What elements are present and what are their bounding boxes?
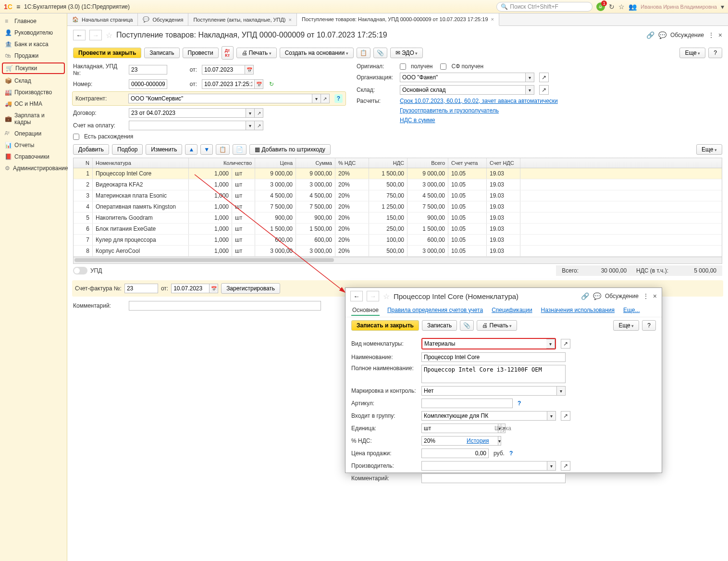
- table-row[interactable]: 3Материнская плата Esonic1,000шт4 500,00…: [74, 190, 722, 201]
- comment-field[interactable]: [129, 301, 321, 311]
- invoice-no-field[interactable]: [129, 65, 167, 75]
- attach-button[interactable]: 📎: [460, 320, 474, 331]
- dropdown-icon[interactable]: ▾: [526, 85, 534, 95]
- invoice-date-field[interactable]: [202, 65, 245, 75]
- col-nds[interactable]: % НДС: [335, 158, 369, 168]
- counterparty-field[interactable]: [128, 94, 312, 103]
- tab-discussions[interactable]: 💬Обсуждения: [138, 13, 188, 25]
- dropdown-icon[interactable]: ▾: [526, 73, 534, 82]
- close-icon[interactable]: ×: [653, 292, 657, 300]
- pick-button[interactable]: Подбор: [112, 144, 143, 155]
- popup-more-button[interactable]: Еще: [613, 320, 639, 331]
- refresh-icon[interactable]: ↻: [269, 81, 274, 87]
- toggle-switch[interactable]: [73, 267, 87, 274]
- number-field[interactable]: [129, 79, 167, 89]
- tab-current-doc[interactable]: Поступление товаров: Накладная, УПД 0000…: [297, 13, 499, 26]
- open-icon[interactable]: ↗: [561, 339, 570, 349]
- table-row[interactable]: 6Блок питания ExeGate1,000шт1 500,001 50…: [74, 224, 722, 235]
- group-field[interactable]: [421, 411, 547, 421]
- username[interactable]: Иванова Ирина Владимировна: [641, 4, 717, 10]
- more-menu-icon[interactable]: ⋮: [642, 292, 649, 300]
- dropdown-icon[interactable]: ▾: [547, 411, 556, 421]
- received-checkbox[interactable]: [400, 63, 406, 70]
- dropdown-icon[interactable]: ▾: [312, 94, 321, 103]
- col-sum[interactable]: Сумма: [296, 158, 335, 168]
- tab-usage[interactable]: Назначения использования: [540, 305, 616, 316]
- help-button[interactable]: ?: [708, 48, 722, 58]
- sf-date-field[interactable]: [171, 284, 210, 293]
- sidebar-item-sales[interactable]: 🛍Продажи: [0, 50, 67, 62]
- calendar-icon[interactable]: 📅: [245, 65, 254, 75]
- table-row[interactable]: 8Корпус AeroCool1,000шт3 000,003 000,002…: [74, 246, 722, 257]
- create-based-button[interactable]: Создать на основании: [280, 48, 354, 58]
- calendar-icon[interactable]: 📅: [255, 79, 263, 89]
- post-close-button[interactable]: Провести и закрыть: [73, 48, 141, 58]
- tab-specs[interactable]: Спецификации: [491, 305, 533, 316]
- table-row[interactable]: 7Кулер для процессора1,000шт600,00600,00…: [74, 235, 722, 246]
- invoice-order-field[interactable]: [129, 121, 246, 130]
- col-n[interactable]: N: [74, 158, 93, 168]
- save-button[interactable]: Записать: [144, 48, 179, 58]
- sidebar-item-assets[interactable]: 🚚ОС и НМА: [0, 98, 67, 110]
- sidebar-item-salary[interactable]: 💼Зарплата и кадры: [0, 110, 67, 128]
- forward-button[interactable]: →: [89, 30, 102, 40]
- add-button[interactable]: Добавить: [73, 144, 109, 155]
- sidebar-item-main[interactable]: ≡Главное: [0, 15, 67, 27]
- notification-bell-icon[interactable]: 🕭: [596, 2, 605, 11]
- open-icon[interactable]: ↗: [539, 85, 549, 95]
- register-button[interactable]: Зарегистрировать: [221, 283, 280, 294]
- move-up-button[interactable]: ▲: [185, 144, 197, 155]
- table-row[interactable]: 5Накопитель Goodram1,000шт900,00900,0020…: [74, 212, 722, 224]
- col-total[interactable]: Всего: [407, 158, 448, 168]
- dt-kt-button[interactable]: ДтКт: [222, 46, 234, 60]
- paste-button[interactable]: 📄: [233, 144, 247, 155]
- help-icon[interactable]: ?: [518, 400, 521, 407]
- post-button[interactable]: Провести: [183, 48, 219, 58]
- discuss-icon[interactable]: 💬: [593, 292, 601, 300]
- history-icon[interactable]: ↻: [609, 3, 615, 11]
- nds-link[interactable]: НДС в сумме: [400, 117, 435, 124]
- sidebar-item-reports[interactable]: 📊Отчеты: [0, 139, 67, 151]
- unit-field[interactable]: [421, 424, 498, 433]
- dropdown-icon[interactable]: ▾: [246, 121, 255, 130]
- discuss-icon[interactable]: 💬: [658, 31, 666, 39]
- sidebar-item-bank[interactable]: 🏦Банк и касса: [0, 38, 67, 50]
- favorite-icon[interactable]: ☆: [383, 292, 390, 301]
- tab-home[interactable]: 🏠Начальная страница: [67, 13, 138, 25]
- grid-more-button[interactable]: Еще: [696, 144, 722, 155]
- sidebar-item-operations[interactable]: ДтОперации: [0, 128, 67, 139]
- dropdown-icon[interactable]: ▾: [546, 339, 555, 349]
- col-ndssum[interactable]: НДС: [369, 158, 407, 168]
- dropdown-icon[interactable]: ▾: [246, 108, 255, 118]
- popup-print-button[interactable]: 🖨 Печать: [477, 320, 517, 331]
- marking-field[interactable]: [421, 386, 557, 396]
- sf-no-field[interactable]: [124, 284, 158, 293]
- datetime-field[interactable]: [202, 79, 255, 89]
- price-field[interactable]: [421, 449, 489, 458]
- attach-button[interactable]: 📎: [373, 48, 387, 58]
- popup-back-button[interactable]: ←: [350, 291, 363, 301]
- sf-received-checkbox[interactable]: [440, 63, 446, 70]
- link-icon[interactable]: 🔗: [581, 292, 589, 300]
- close-icon[interactable]: ×: [718, 31, 722, 39]
- open-icon[interactable]: ↗: [539, 73, 549, 82]
- tab-main[interactable]: Основное: [351, 305, 380, 316]
- open-icon[interactable]: ↗: [561, 461, 570, 471]
- save-close-button[interactable]: Записать и закрыть: [351, 320, 419, 331]
- discrepancy-checkbox[interactable]: [73, 134, 79, 140]
- tab-receipts[interactable]: Поступление (акты, накладные, УПД)×: [188, 13, 297, 25]
- help-icon[interactable]: ?: [509, 450, 513, 457]
- favorite-icon[interactable]: ☆: [106, 31, 112, 40]
- col-price[interactable]: Цена: [255, 158, 296, 168]
- sidebar-item-catalogs[interactable]: 📕Справочники: [0, 151, 67, 162]
- add-barcode-button[interactable]: ▦ Добавить по штрихкоду: [249, 144, 331, 155]
- move-down-button[interactable]: ▼: [200, 144, 213, 155]
- upd-toggle[interactable]: УПД: [67, 264, 108, 277]
- edo-button[interactable]: ✉ ЭДО: [390, 48, 423, 58]
- sidebar-item-warehouse[interactable]: 📦Склад: [0, 75, 67, 87]
- contract-field[interactable]: [129, 108, 246, 118]
- tab-rules[interactable]: Правила определения счетов учета: [386, 305, 484, 316]
- more-menu-icon[interactable]: ⋮: [708, 31, 715, 39]
- popup-help-button[interactable]: ?: [642, 320, 656, 331]
- popup-comment-field[interactable]: [421, 474, 566, 483]
